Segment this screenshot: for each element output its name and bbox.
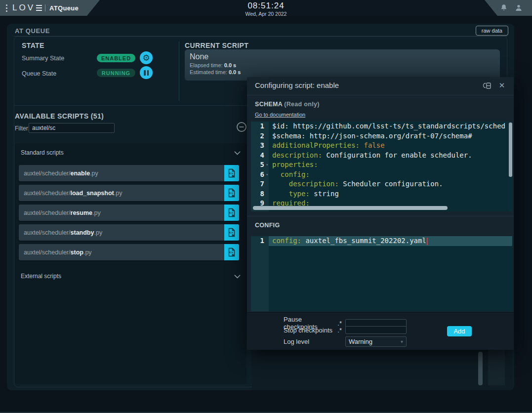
script-launch-icon <box>228 168 236 178</box>
clock: 08:51:24 Wed, Apr 20 2022 <box>246 1 287 17</box>
script-path: auxtel/scheduler/stop.py <box>19 249 224 256</box>
add-script-button[interactable]: Add <box>447 326 472 336</box>
clock-date: Wed, Apr 20 2022 <box>246 11 287 17</box>
script-row[interactable]: auxtel/scheduler/enable.py <box>19 165 239 181</box>
user-icon[interactable] <box>514 3 523 12</box>
chevron-down-icon <box>233 272 242 281</box>
summary-state-badge: ENABLED <box>97 54 135 62</box>
script-row[interactable]: auxtel/scheduler/load_snapshot.py <box>19 185 239 201</box>
launch-script-button[interactable] <box>224 224 239 241</box>
scripts-container: Standard scripts auxtel/scheduler/enable… <box>15 143 246 384</box>
log-level-select[interactable]: Warning ▾ <box>345 336 407 347</box>
code-line: 1config: auxtel_fbs_summit_202202.yaml <box>251 236 512 246</box>
top-navbar: LOV ATQueue 08:51:24 Wed, Apr 20 2022 <box>0 0 532 16</box>
script-launch-icon <box>228 188 236 198</box>
script-row[interactable]: auxtel/scheduler/stop.py <box>19 244 239 260</box>
gear-icon: ⚙ <box>142 54 150 62</box>
chevron-down-icon <box>233 149 242 157</box>
available-scripts-title: AVAILABLE SCRIPTS (51) <box>15 112 104 120</box>
collapse-available-scripts-button[interactable] <box>236 122 247 132</box>
raw-data-button[interactable]: raw data <box>476 26 508 36</box>
elapsed-time-row: Elapsed time: 0.0 s <box>190 62 495 68</box>
launch-script-button[interactable] <box>224 185 239 201</box>
dialog-title-divider <box>247 95 514 95</box>
elapsed-time-label: Elapsed time: <box>190 62 223 68</box>
launch-script-button[interactable] <box>224 205 239 221</box>
minus-circle-icon <box>236 122 247 132</box>
code-line: 8 type: string <box>251 189 512 199</box>
documentation-link[interactable]: Go to documentation <box>255 112 305 118</box>
schema-vscroll-thumb[interactable] <box>509 123 512 177</box>
notifications-bell-icon[interactable] <box>499 3 508 12</box>
pause-queue-button[interactable] <box>140 66 153 79</box>
script-row[interactable]: auxtel/scheduler/resume.py <box>19 205 239 221</box>
state-divider <box>179 41 179 101</box>
navbar-left-section: LOV ATQueue <box>0 0 100 16</box>
schema-label: SCHEMA <box>255 101 283 108</box>
queue-state-label: Queue State <box>22 70 56 77</box>
external-scripts-label: External scripts <box>21 273 61 280</box>
stop-checkpoints-input[interactable] <box>345 326 407 334</box>
launch-script-button[interactable] <box>224 165 239 181</box>
estimated-time-row: Estimated time: 0.0 s <box>190 69 495 75</box>
filter-input[interactable] <box>29 123 115 133</box>
code-line: 6▾ config: <box>251 170 512 180</box>
navbar-right-section <box>485 0 532 16</box>
script-path: auxtel/scheduler/load_snapshot.py <box>19 190 224 197</box>
dialog-controls: Pause checkpoints .* Stop checkpoints .*… <box>247 312 514 350</box>
script-launch-icon <box>228 228 236 237</box>
code-line: 2$schema: http://json-schema.org/draft-0… <box>251 131 512 141</box>
stop-checkpoints-row: Stop checkpoints .* <box>284 326 407 334</box>
summary-state-gear-button[interactable]: ⚙ <box>140 51 153 64</box>
queue-list-background <box>252 350 512 390</box>
code-line: 4description: Configuration for enable s… <box>251 151 512 161</box>
schema-code-editor[interactable]: 1$id: https://github.com/lsst-ts/ts_stan… <box>251 122 512 211</box>
log-level-label: Log level <box>284 338 335 345</box>
filter-label: Filter: <box>15 125 30 132</box>
standard-scripts-label: Standard scripts <box>21 149 64 156</box>
config-code-editor[interactable]: 1config: auxtel_fbs_summit_202202.yaml <box>251 236 512 311</box>
stop-regex-hint: .* <box>335 327 342 334</box>
script-launch-icon <box>228 208 236 217</box>
editor-gutter <box>251 236 269 311</box>
log-level-row: Log level Warning ▾ <box>284 336 407 347</box>
queue-scrollbar[interactable] <box>478 352 483 385</box>
script-row[interactable]: auxtel/scheduler/standby.py <box>19 224 239 241</box>
schema-section-label: SCHEMA (Read only) <box>255 101 320 108</box>
elapsed-time-value: 0.0 s <box>224 62 236 68</box>
code-line: 3additionalProperties: false <box>251 141 512 151</box>
title-divider <box>14 36 507 37</box>
stop-checkpoints-label: Stop checkpoints <box>284 327 335 334</box>
queue-column-shade <box>488 350 505 385</box>
standard-scripts-group-header[interactable]: Standard scripts <box>21 147 242 158</box>
estimated-time-value: 0.0 s <box>229 69 241 75</box>
current-script-name: None <box>190 52 495 61</box>
panel-title: AT QUEUE <box>15 27 50 35</box>
script-path: auxtel/scheduler/resume.py <box>19 209 224 216</box>
current-script-card: None Elapsed time: 0.0 s Estimated time:… <box>185 49 500 81</box>
kebab-menu-icon[interactable] <box>6 4 7 12</box>
log-level-value: Warning <box>349 338 372 345</box>
script-path: auxtel/scheduler/standby.py <box>19 229 224 236</box>
text-cursor <box>427 238 428 245</box>
launch-script-button[interactable] <box>224 244 239 260</box>
config-section-divider <box>247 216 514 216</box>
dialog-iconbar: ✕ <box>482 81 507 90</box>
detach-dialog-button[interactable] <box>482 81 492 90</box>
summary-state-label: Summary State <box>22 55 64 62</box>
code-line: 5▾properties: <box>251 160 512 170</box>
config-section-label: CONFIG <box>255 222 280 229</box>
love-logo: LOV <box>12 3 44 13</box>
logo-e-icon <box>36 5 42 11</box>
external-scripts-group-header[interactable]: External scripts <box>21 271 242 282</box>
logo-separator <box>45 4 45 11</box>
current-script-title: CURRENT SCRIPT <box>185 41 248 49</box>
close-dialog-button[interactable]: ✕ <box>497 81 507 90</box>
clock-time: 08:51:24 <box>246 1 287 11</box>
code-line: 7 description: Scheduler configuration. <box>251 179 512 189</box>
close-icon: ✕ <box>499 81 505 90</box>
schema-hscroll-thumb[interactable] <box>253 206 448 210</box>
queue-state-badge: RUNNING <box>97 69 135 77</box>
app-title: ATQueue <box>49 4 79 12</box>
schema-readonly-label: (Read only) <box>284 101 319 108</box>
